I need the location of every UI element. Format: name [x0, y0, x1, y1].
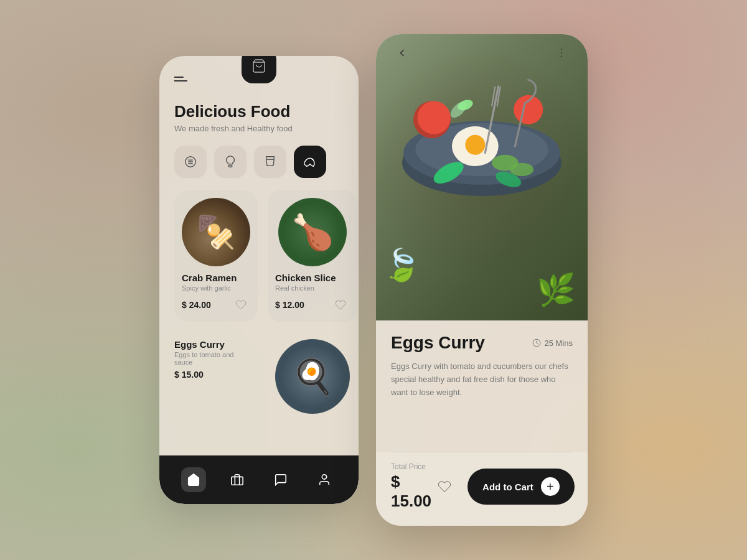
bottom-navigation — [159, 455, 359, 504]
screen1-content: Delicious Food We made fresh and Healthy… — [159, 56, 359, 454]
detail-food-bg: 🌿 🍃 — [376, 34, 588, 320]
total-label: Total Price — [391, 462, 431, 471]
detail-content: Eggs Curry 25 Mins Eggs Curry with tomat… — [376, 320, 588, 399]
price-cart-row: Total Price $ 15.00 Add to Cart + — [391, 462, 573, 511]
detail-header — [376, 34, 588, 72]
detail-food-image: 🌿 🍃 — [376, 34, 588, 320]
svg-point-5 — [312, 159, 313, 160]
food-price-row-chicken: $ 12.00 — [275, 296, 350, 314]
divider — [391, 452, 573, 452]
food-price-row-eggs: $ 15.00 — [174, 370, 250, 380]
cart-floating-button[interactable] — [242, 56, 276, 83]
cat-tab-seafood[interactable] — [294, 146, 326, 178]
food-card-eggs-curry[interactable]: Eggs Curry Eggs to tomato and sauce $ 15… — [174, 332, 258, 427]
food-card-eggs-img — [268, 332, 357, 427]
bowl-svg — [382, 47, 581, 246]
favorite-button-chicken[interactable] — [331, 296, 350, 314]
food-price-crab: $ 24.00 — [182, 300, 211, 310]
svg-point-8 — [561, 49, 562, 50]
cat-tab-drinks[interactable] — [254, 146, 286, 178]
detail-bottom: Total Price $ 15.00 Add to Cart + — [376, 452, 588, 526]
svg-point-20 — [510, 163, 533, 176]
svg-point-9 — [561, 52, 562, 54]
nav-home[interactable] — [181, 467, 206, 492]
food-image-crab — [182, 198, 250, 266]
cat-tab-dessert[interactable] — [214, 146, 247, 178]
svg-point-17 — [418, 101, 451, 134]
svg-point-15 — [465, 135, 485, 155]
cat-tab-burger[interactable] — [174, 146, 207, 178]
nav-chat[interactable] — [268, 467, 293, 492]
svg-point-10 — [561, 56, 562, 57]
detail-title-row: Eggs Curry 25 Mins — [391, 333, 573, 353]
food-price-row-crab: $ 24.00 — [182, 296, 250, 314]
time-badge: 25 Mins — [532, 338, 573, 348]
back-button[interactable] — [391, 42, 413, 64]
food-name-eggs: Eggs Curry — [174, 339, 250, 350]
screen1-title: Delicious Food — [174, 102, 344, 121]
food-desc-crab: Spicy with garlic — [182, 284, 250, 292]
food-name-crab: Crab Ramen — [182, 273, 250, 283]
food-price-eggs: $ 15.00 — [174, 370, 204, 380]
nav-bag[interactable] — [225, 467, 250, 492]
leaf-decoration-1: 🌿 — [537, 272, 575, 308]
add-to-cart-label: Add to Cart — [482, 482, 533, 492]
action-buttons: Add to Cart + — [431, 469, 575, 505]
detail-description: Eggs Curry with tomato and cucumbers our… — [391, 360, 573, 399]
detail-favorite-button[interactable] — [431, 474, 458, 500]
food-name-chicken: Chicken Slice — [275, 273, 350, 283]
screens-container: Delicious Food We made fresh and Healthy… — [159, 34, 588, 526]
svg-rect-4 — [228, 166, 232, 167]
cook-time: 25 Mins — [544, 338, 573, 348]
food-desc-eggs: Eggs to tomato and sauce — [174, 351, 250, 366]
food-card-chicken-slice[interactable]: Chicken Slice Real chicken $ 12.00 — [268, 190, 357, 322]
screen2-detail: 🌿 🍃 Eggs Curry 25 Mins Eggs Curry with t… — [376, 34, 588, 526]
favorite-button-crab[interactable] — [232, 296, 250, 314]
food-price-chicken: $ 12.00 — [275, 300, 304, 310]
screen1-menu: Delicious Food We made fresh and Healthy… — [159, 56, 359, 504]
svg-point-7 — [322, 475, 326, 479]
total-price: $ 15.00 — [391, 472, 431, 511]
category-tabs — [174, 146, 344, 178]
cart-icon — [251, 58, 266, 73]
nav-profile[interactable] — [312, 467, 337, 492]
food-card-crab-ramen[interactable]: Crab Ramen Spicy with garlic $ 24.00 — [174, 190, 258, 322]
add-to-cart-button[interactable]: Add to Cart + — [467, 469, 575, 505]
food-grid: Crab Ramen Spicy with garlic $ 24.00 Chi… — [174, 190, 344, 427]
leaf-decoration-2: 🍃 — [382, 247, 421, 283]
food-image-chicken — [278, 198, 347, 266]
svg-point-18 — [514, 95, 543, 124]
price-section: Total Price $ 15.00 — [391, 462, 431, 511]
screen1-subtitle: We made fresh and Healthy food — [174, 124, 344, 133]
food-desc-chicken: Real chicken — [275, 284, 350, 292]
svg-rect-6 — [232, 477, 243, 485]
more-options-button[interactable] — [550, 42, 573, 64]
plus-icon: + — [541, 477, 560, 496]
detail-food-name: Eggs Curry — [391, 333, 485, 353]
food-image-eggs — [275, 339, 350, 414]
